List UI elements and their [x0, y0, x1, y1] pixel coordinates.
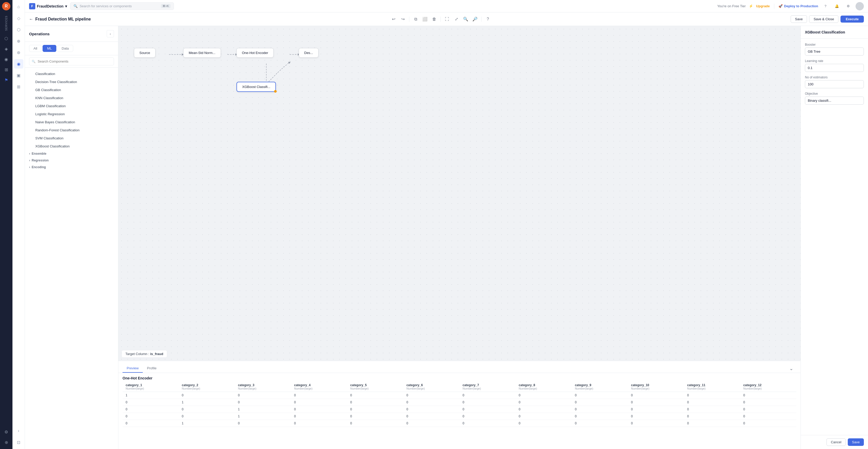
component-logistic[interactable]: Logistic Regression	[25, 110, 118, 118]
node-xgboost[interactable]: XGBoost Classifi...	[237, 82, 276, 92]
table-cell: 0	[403, 420, 459, 427]
node-one-hot[interactable]: One-Hot Encoder	[237, 48, 274, 58]
learning-rate-label: Learning rate	[805, 59, 864, 63]
sidebar-icon-pipeline[interactable]: ⚑	[2, 75, 11, 85]
table-cell: 0	[516, 413, 571, 420]
col-category10: category_10Number(large)	[628, 382, 684, 392]
table-cell: 1	[179, 399, 235, 406]
execute-button[interactable]: Execute	[840, 15, 864, 23]
table-cell: 0	[291, 420, 347, 427]
objective-select[interactable]: Binary classifi... multi:softmax reg:squ…	[805, 97, 864, 105]
pipeline-canvas[interactable]: Source Mean-Std Norm... One-Hot Encoder …	[118, 26, 801, 361]
sidebar-icon-db[interactable]: ◉	[2, 55, 11, 64]
nav-icon-expand[interactable]: ›	[14, 426, 23, 436]
global-search[interactable]: 🔍 Search for services or components ⌘+K	[70, 2, 174, 10]
help-icon[interactable]: ?	[821, 2, 830, 10]
back-button[interactable]: ← Fraud Detection ML pipeline	[29, 17, 91, 22]
col-category3: category_3Number(large)	[235, 382, 291, 392]
tab-ml[interactable]: ML	[42, 45, 56, 52]
node-mean-std[interactable]: Mean-Std Norm...	[183, 48, 221, 58]
redo-button[interactable]: ↪	[399, 15, 407, 23]
upgrade-link[interactable]: Upgrade	[756, 4, 770, 8]
node-dest[interactable]: Des...	[299, 48, 318, 58]
settings-icon[interactable]: ⚙	[844, 2, 852, 10]
sidebar-icon-grid[interactable]: ⊞	[2, 65, 11, 74]
table-cell: 0	[403, 399, 459, 406]
component-knn[interactable]: KNN Classification	[25, 94, 118, 102]
zoom-out-button[interactable]: 🔎	[471, 15, 479, 23]
project-letter: F	[29, 3, 35, 9]
nav-icon-monitor[interactable]: ▣	[14, 71, 23, 80]
tab-preview[interactable]: Preview	[123, 364, 143, 373]
table-cell: 0	[179, 406, 235, 413]
deploy-button[interactable]: 🚀 Deploy to Production	[778, 4, 818, 8]
tab-data[interactable]: Data	[57, 45, 73, 52]
tab-all[interactable]: All	[29, 45, 41, 52]
learning-rate-input[interactable]	[805, 64, 864, 72]
component-classification[interactable]: Classification	[25, 70, 118, 78]
right-save-button[interactable]: Save	[848, 438, 864, 446]
table-cell: 0	[684, 406, 740, 413]
save-close-button[interactable]: Save & Close	[809, 15, 838, 23]
project-dropdown-icon[interactable]: ▾	[65, 4, 67, 8]
paste-button[interactable]: ⬜	[421, 15, 429, 23]
sidebar-icon-settings[interactable]: ⚙	[2, 427, 11, 437]
right-panel-title: XGBoost Classification	[805, 30, 864, 34]
table-cell: 0	[628, 413, 684, 420]
sidebar-icon-source[interactable]: ⬡	[2, 34, 11, 43]
services-label: Services	[5, 13, 8, 33]
nav-icon-flow[interactable]: ⊕	[14, 36, 23, 46]
notification-icon[interactable]: 🔔	[833, 2, 841, 10]
category-regression[interactable]: › Regression	[25, 157, 118, 164]
table-cell: 0	[684, 392, 740, 399]
expand-bottom-button[interactable]: ⌄	[786, 366, 796, 372]
save-button[interactable]: Save	[790, 15, 807, 23]
component-decision-tree[interactable]: Decision-Tree Classification	[25, 78, 118, 86]
cancel-button[interactable]: Cancel	[827, 438, 846, 446]
delete-button[interactable]: 🗑	[430, 15, 438, 23]
filter-tabs: All ML Data	[25, 42, 118, 55]
component-naive-bayes[interactable]: Naive Bayes Classification	[25, 118, 118, 126]
category-ensemble[interactable]: › Ensemble	[25, 150, 118, 157]
col-category12: category_12Number(large)	[740, 382, 796, 392]
component-gb-classification[interactable]: GB Classification	[25, 86, 118, 94]
table-header-row: category_1Number(large) category_2Number…	[123, 382, 796, 392]
nav-icon-grid-bottom[interactable]: ⊡	[14, 438, 23, 447]
component-xgboost[interactable]: XGBoost Classification	[25, 142, 118, 150]
category-encoding[interactable]: › Encoding	[25, 164, 118, 170]
project-badge[interactable]: F FraudDetection ▾	[29, 3, 67, 9]
undo-button[interactable]: ↩	[390, 15, 398, 23]
user-avatar[interactable]	[856, 2, 864, 10]
search-components-input[interactable]	[29, 57, 114, 65]
component-random-forest[interactable]: Random-Forest Classification	[25, 126, 118, 134]
booster-select[interactable]: GB Tree gbtree dart	[805, 47, 864, 56]
help-pipeline-button[interactable]: ?	[484, 15, 492, 23]
table-cell: 0	[403, 406, 459, 413]
col-category8: category_8Number(large)	[516, 382, 571, 392]
project-name[interactable]: FraudDetection	[37, 4, 64, 8]
component-svm[interactable]: SVM Classification	[25, 134, 118, 142]
estimators-input[interactable]	[805, 80, 864, 88]
col-category7: category_7Number(large)	[459, 382, 516, 392]
table-cell: 0	[291, 399, 347, 406]
component-lgbm[interactable]: LGBM Classification	[25, 102, 118, 110]
field-learning-rate: Learning rate	[805, 59, 864, 72]
zoom-in-button[interactable]: 🔍	[462, 15, 470, 23]
nav-icon-database[interactable]: ⬡	[14, 25, 23, 34]
fullscreen-button[interactable]: ⛶	[443, 15, 451, 23]
node-connector[interactable]	[274, 90, 277, 93]
table-cell: 0	[403, 413, 459, 420]
nav-icon-integrations[interactable]: ⊞	[14, 82, 23, 91]
node-source[interactable]: Source	[134, 48, 155, 58]
nav-icon-code[interactable]: ◇	[14, 13, 23, 23]
expand-button[interactable]: ⤢	[452, 15, 461, 23]
copy-button[interactable]: ⧉	[411, 15, 420, 23]
deploy-label: Deploy to Production	[784, 4, 818, 8]
tab-profile[interactable]: Profile	[143, 364, 161, 373]
nav-icon-users[interactable]: ⊛	[14, 48, 23, 57]
collapse-panel-button[interactable]: ‹	[107, 30, 114, 37]
nav-icon-pipeline-active[interactable]: ◉	[14, 59, 23, 68]
sidebar-icon-add[interactable]: ⊕	[2, 438, 11, 447]
nav-icon-home[interactable]: ⌂	[14, 2, 23, 11]
sidebar-icon-code[interactable]: ◈	[2, 44, 11, 54]
